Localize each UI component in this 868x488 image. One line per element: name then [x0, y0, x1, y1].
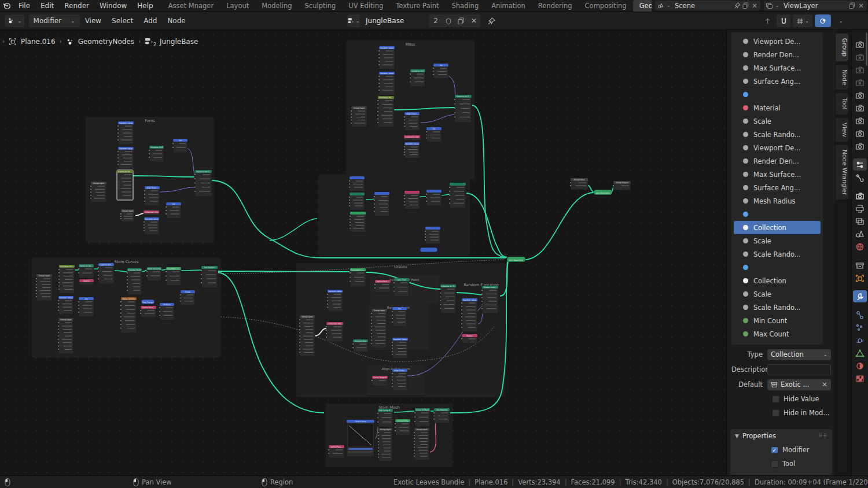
node[interactable]: Instance on P... — [194, 170, 212, 197]
node[interactable]: Group Input — [36, 274, 52, 301]
node[interactable]: Set — [165, 202, 181, 219]
node[interactable]: Random Value — [378, 46, 395, 69]
socket-item-render-den-[interactable]: Render Den... — [734, 48, 821, 61]
node[interactable]: Random Value — [327, 290, 343, 312]
workspace-tab-rendering[interactable]: Rendering — [532, 0, 579, 12]
node[interactable]: Extrude Mesh — [127, 268, 142, 295]
node[interactable]: Mesh to Curve — [146, 267, 161, 281]
workspace-tab-sculpting[interactable]: Sculpting — [299, 0, 343, 12]
hide-in-modifier-row[interactable]: Hide in Mod... — [731, 406, 831, 420]
editor-menu-node[interactable]: Node — [162, 17, 190, 25]
modifier-checkbox[interactable]: ✓ — [771, 446, 778, 454]
workspace-tab-texture-paint[interactable]: Texture Paint — [389, 0, 445, 12]
socket-item-scale[interactable]: Scale — [734, 114, 821, 128]
node[interactable] — [404, 191, 420, 209]
properties-tab-scene-icon[interactable] — [853, 228, 867, 240]
node[interactable]: Random Value — [404, 142, 420, 158]
panel-grip[interactable]: ⠿⠿ — [819, 433, 827, 439]
node[interactable]: Set — [172, 139, 187, 153]
breadcrumb-modifier[interactable]: GeometryNodes — [78, 38, 134, 46]
node[interactable]: Collection Info — [326, 322, 343, 342]
socket-item[interactable] — [734, 261, 821, 274]
socket-item-scale[interactable]: Scale — [734, 234, 821, 247]
node[interactable]: Distribute Poi... — [377, 96, 394, 127]
workspace-tab-modeling[interactable]: Modeling — [255, 0, 298, 12]
node[interactable]: Rotate Insta... — [481, 286, 498, 313]
workspace-tab-animation[interactable]: Animation — [485, 0, 532, 12]
node[interactable]: Set — [78, 297, 94, 317]
node[interactable]: Group Input — [378, 428, 392, 461]
node[interactable]: Align Euler... — [392, 369, 407, 391]
node[interactable]: Scale — [180, 290, 195, 305]
tree-name-field[interactable]: JungleBase — [360, 14, 429, 27]
properties-tab-object-icon[interactable] — [853, 272, 867, 284]
hide-in-modifier-checkbox[interactable] — [772, 409, 779, 417]
viewlayer-name[interactable]: ViewLayer — [781, 2, 849, 10]
menu-window[interactable]: Window — [94, 0, 132, 12]
menu-help[interactable]: Help — [132, 0, 158, 12]
default-collection-field[interactable]: Exotic ... ✕ — [767, 379, 831, 390]
scene-name[interactable]: Scene — [672, 2, 734, 10]
properties-tab-physics-icon[interactable] — [853, 334, 867, 346]
workspace-tab-asset-mnager[interactable]: Asset Mnager — [162, 0, 220, 12]
node[interactable]: Set Material — [433, 408, 450, 423]
node[interactable]: Random Value — [144, 217, 159, 235]
node[interactable]: Distribute Poi... — [58, 265, 75, 294]
node[interactable]: Align Euler... — [144, 186, 160, 206]
pin-icon[interactable] — [485, 14, 498, 27]
tool-checkbox[interactable] — [771, 460, 778, 468]
node[interactable] — [449, 183, 466, 208]
mode-dropdown[interactable]: Modifier⌄ — [29, 14, 80, 27]
node[interactable]: Combine XYZ — [410, 69, 425, 87]
properties-tab-texture-icon[interactable] — [853, 372, 867, 385]
copy-icon[interactable] — [849, 2, 857, 9]
node[interactable] — [420, 247, 437, 252]
tree-users-count[interactable]: 2 — [429, 14, 442, 27]
properties-tab-camera-x-icon[interactable] — [853, 76, 867, 88]
menu-render[interactable]: Render — [59, 0, 94, 12]
node[interactable]: Combine XYZ — [149, 146, 164, 162]
node[interactable]: Group Input — [58, 318, 73, 354]
properties-tab-camera-x-icon[interactable] — [853, 64, 867, 76]
node[interactable]: Group Input — [371, 309, 387, 348]
node[interactable]: Curve to Mesh — [414, 408, 430, 427]
workspace-tab-uv-editing[interactable]: UV Editing — [342, 0, 389, 12]
properties-tab-render-icon[interactable] — [853, 190, 867, 202]
socket-item-viewport-de-[interactable]: Viewport De... — [734, 35, 821, 48]
node[interactable]: Join Geometry — [507, 257, 525, 262]
node[interactable]: Domain Size — [352, 339, 368, 352]
properties-tab-camera-icon[interactable] — [853, 89, 867, 101]
overlays-dropdown-chevron[interactable]: ⌄ — [833, 14, 847, 27]
node[interactable]: Random Value — [117, 147, 134, 169]
scene-dropdown-chevron[interactable]: ⌄ — [664, 3, 672, 8]
node[interactable]: Multiply — [159, 303, 174, 320]
workspace-tab-geometry-nodes[interactable]: Geometry Nodes — [633, 0, 652, 12]
node[interactable]: Spline Para... — [328, 445, 344, 458]
node[interactable]: Set — [433, 64, 448, 79]
node[interactable]: Noise Texture — [120, 297, 137, 333]
copy-icon[interactable] — [455, 14, 468, 27]
node[interactable]: Random Value — [117, 121, 134, 145]
node[interactable]: Random Value — [378, 72, 395, 95]
hide-value-row[interactable]: Hide Value — [731, 392, 831, 406]
node[interactable]: Points to Ver... — [78, 264, 94, 278]
node[interactable]: Curve Tangent — [372, 376, 388, 386]
node[interactable] — [426, 190, 442, 206]
snap-magnet-icon[interactable] — [777, 14, 790, 27]
description-input[interactable] — [767, 364, 831, 375]
socket-item-min-count[interactable]: Min Count — [734, 314, 821, 327]
socket-item-surface-ang-[interactable]: Surface Ang... — [734, 75, 821, 88]
properties-tab-camera-icon[interactable] — [853, 127, 867, 139]
tree-type-icon[interactable]: ⌄ — [347, 14, 360, 27]
overlays-toggle[interactable] — [815, 14, 831, 27]
menu-edit[interactable]: Edit — [35, 0, 59, 12]
node[interactable]: Random Value — [392, 338, 408, 358]
node[interactable] — [349, 176, 365, 191]
blender-logo-icon[interactable] — [0, 1, 13, 10]
socket-item-max-surface-[interactable]: Max Surface... — [734, 168, 821, 181]
node[interactable]: Capture Attr... — [98, 263, 114, 284]
parent-tree-button[interactable] — [760, 14, 774, 27]
viewlayer-dropdown-chevron[interactable]: ⌄ — [773, 3, 781, 8]
editor-menu-view[interactable]: View — [80, 17, 106, 25]
socket-item-max-count[interactable]: Max Count — [734, 327, 821, 341]
